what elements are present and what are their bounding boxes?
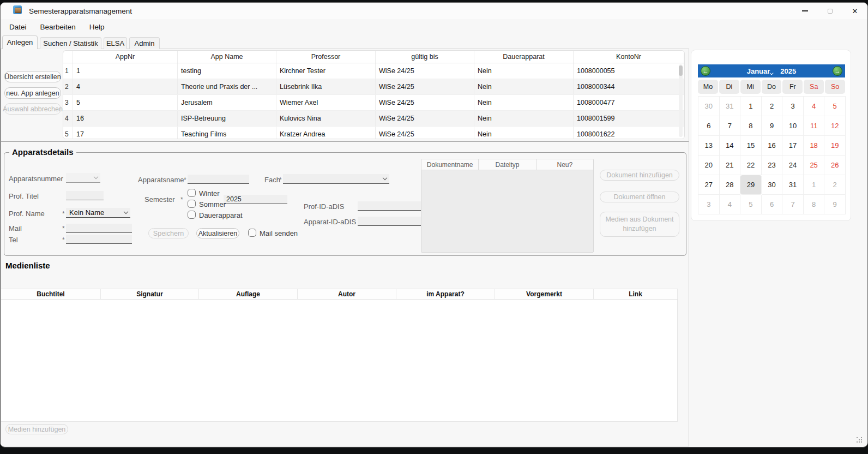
- menu-item-bearbeiten[interactable]: Bearbeiten: [40, 23, 76, 31]
- calendar-day-6[interactable]: 6: [762, 195, 783, 214]
- media-column-header-signatur[interactable]: Signatur: [101, 289, 199, 299]
- column-header-app-name[interactable]: App Name: [178, 51, 276, 63]
- calendar-day-2[interactable]: 2: [762, 97, 783, 116]
- übersicht-erstellen-button[interactable]: Übersicht erstellen: [4, 71, 61, 82]
- doc-column-header-neu?[interactable]: Neu?: [537, 159, 593, 170]
- calendar-day-4[interactable]: 4: [804, 97, 825, 116]
- media-column-header-auflage[interactable]: Auflage: [199, 289, 298, 299]
- fach-combobox[interactable]: [283, 174, 389, 184]
- calendar-day-27[interactable]: 27: [698, 175, 720, 195]
- calendar-day-13[interactable]: 13: [698, 136, 720, 156]
- calendar-day-3[interactable]: 3: [782, 97, 804, 116]
- table-row[interactable]: 11testingKirchner TesterWiSe 24/25Nein10…: [63, 63, 684, 79]
- calendar-day-30[interactable]: 30: [762, 175, 783, 195]
- apparatsnummer-combobox[interactable]: [66, 173, 100, 183]
- calendar-day-19[interactable]: 19: [824, 136, 846, 156]
- calendar-day-12[interactable]: 12: [824, 116, 846, 136]
- mail-senden-checkbox[interactable]: [248, 229, 256, 237]
- doc-column-header-dokumentname[interactable]: Dokumentname: [421, 159, 479, 170]
- calendar-day-21[interactable]: 21: [720, 156, 741, 175]
- tab-anlegen[interactable]: Anlegen: [2, 35, 38, 49]
- radio-sommer[interactable]: [188, 200, 196, 208]
- apparatsname-input[interactable]: [188, 175, 249, 184]
- calendar-day-4[interactable]: 4: [720, 195, 741, 214]
- tel-input[interactable]: [66, 235, 132, 244]
- calendar-day-14[interactable]: 14: [720, 136, 741, 156]
- calendar-day-31[interactable]: 31: [782, 175, 804, 195]
- prof-titel-input[interactable]: [66, 191, 104, 200]
- calendar-prev-month-button[interactable]: ←: [701, 66, 710, 76]
- calendar-day-25[interactable]: 25: [804, 156, 825, 175]
- calendar-day-15[interactable]: 15: [740, 136, 762, 156]
- media-column-header-im-apparat?[interactable]: im Apparat?: [396, 289, 495, 299]
- calendar-month-title[interactable]: Januar: [747, 67, 774, 75]
- dokument-öffnen-button[interactable]: Dokument öffnen: [600, 192, 679, 202]
- calendar-day-1[interactable]: 1: [740, 97, 762, 116]
- table-row[interactable]: 517Teaching FilmsKratzer AndreaWiSe 24/2…: [63, 127, 684, 139]
- apps-table-scrollbar[interactable]: [679, 64, 683, 137]
- tab-elsa[interactable]: ELSA: [104, 37, 127, 49]
- neu-app-anlegen-button[interactable]: neu. App anlegen: [4, 87, 61, 99]
- calendar-day-22[interactable]: 22: [740, 156, 762, 175]
- apparat-id-adis-input[interactable]: [358, 217, 423, 226]
- calendar-day-1[interactable]: 1: [804, 175, 825, 195]
- table-row[interactable]: 24Theorie und Praxis der ...Lüsebrink Il…: [63, 79, 684, 95]
- tab-admin[interactable]: Admin: [129, 37, 160, 49]
- medien-aus-dokument-hinzufügen-button[interactable]: Medien aus Dokument hinzufügen: [600, 212, 679, 237]
- column-header-kontonr[interactable]: KontoNr: [574, 51, 684, 63]
- column-header-dauerapparat[interactable]: Dauerapparat: [474, 51, 574, 63]
- radio-dauerapparat[interactable]: [188, 211, 196, 219]
- calendar-day-20[interactable]: 20: [698, 156, 720, 175]
- resize-grip[interactable]: [857, 437, 863, 444]
- calendar-day-23[interactable]: 23: [762, 156, 783, 175]
- table-row[interactable]: 416ISP-BetreuungKulovics NinaWiSe 24/25N…: [63, 111, 684, 127]
- radio-winter[interactable]: [188, 189, 196, 197]
- calendar-day-28[interactable]: 28: [720, 175, 741, 195]
- calendar-day-6[interactable]: 6: [698, 116, 720, 136]
- column-header-appnr[interactable]: AppNr: [73, 51, 178, 63]
- calendar-day-18[interactable]: 18: [804, 136, 825, 156]
- calendar-day-24[interactable]: 24: [782, 156, 804, 175]
- calendar-day-8[interactable]: 8: [804, 195, 825, 214]
- aktualisieren-button[interactable]: Aktualisieren: [196, 228, 239, 238]
- calendar-day-26[interactable]: 26: [824, 156, 846, 175]
- medien-hinzufuegen-button[interactable]: Medien hinzufügen: [5, 424, 68, 434]
- menu-item-help[interactable]: Help: [89, 23, 105, 31]
- calendar-day-17[interactable]: 17: [782, 136, 804, 156]
- calendar-day-9[interactable]: 9: [824, 195, 846, 214]
- media-column-header-buchtitel[interactable]: Buchtitel: [1, 289, 101, 299]
- calendar-day-8[interactable]: 8: [740, 116, 762, 136]
- calendar-day-5[interactable]: 5: [824, 97, 846, 116]
- column-header-gültig-bis[interactable]: gültig bis: [376, 51, 474, 63]
- doc-column-header-dateityp[interactable]: Dateityp: [479, 159, 536, 170]
- maximize-button[interactable]: [817, 3, 842, 19]
- calendar-day-11[interactable]: 11: [804, 116, 825, 136]
- auswahl-abbrechen-button[interactable]: Auswahl abbrechen: [4, 103, 61, 115]
- calendar-day-3[interactable]: 3: [698, 195, 720, 214]
- prof-id-adis-input[interactable]: [358, 201, 423, 211]
- calendar-day-30[interactable]: 30: [698, 97, 720, 116]
- close-button[interactable]: ✕: [842, 3, 867, 19]
- calendar-day-5[interactable]: 5: [740, 195, 762, 214]
- media-column-header-link[interactable]: Link: [594, 289, 678, 299]
- horizontal-splitter[interactable]: [1, 141, 689, 142]
- column-header-professor[interactable]: Professor: [276, 51, 376, 63]
- minimize-button[interactable]: [792, 3, 817, 19]
- dokument-hinzufügen-button[interactable]: Dokument hinzufügen: [600, 170, 679, 181]
- calendar-day-31[interactable]: 31: [720, 97, 741, 116]
- media-column-header-autor[interactable]: Autor: [298, 289, 396, 299]
- calendar-day-29[interactable]: 29: [740, 175, 762, 195]
- tab-suchen-statistik[interactable]: Suchen / Statistik: [40, 37, 101, 49]
- menu-item-datei[interactable]: Datei: [9, 23, 27, 31]
- speichern-button[interactable]: Speichern: [148, 228, 189, 238]
- calendar-day-2[interactable]: 2: [824, 175, 846, 195]
- calendar-day-10[interactable]: 10: [782, 116, 804, 136]
- calendar-day-9[interactable]: 9: [762, 116, 783, 136]
- scrollbar-thumb[interactable]: [679, 65, 683, 76]
- semester-year-input[interactable]: [224, 195, 287, 204]
- mail-input[interactable]: [66, 224, 132, 233]
- calendar-next-month-button[interactable]: →: [833, 66, 842, 76]
- calendar-day-16[interactable]: 16: [762, 136, 783, 156]
- media-column-header-vorgemerkt[interactable]: Vorgemerkt: [495, 289, 594, 299]
- table-row[interactable]: 35JerusalemWiemer AxelWiSe 24/25Nein1008…: [63, 95, 684, 111]
